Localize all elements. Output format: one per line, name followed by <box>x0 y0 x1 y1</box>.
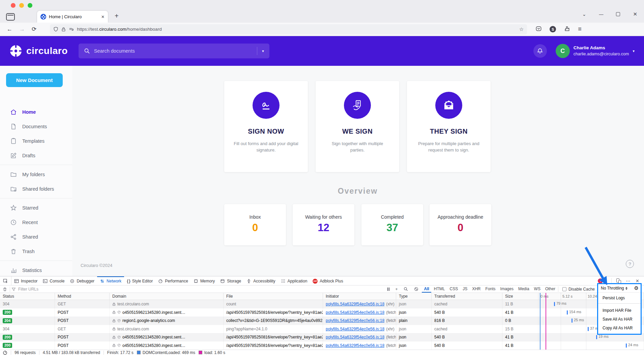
url-bar[interactable]: https://test.circularo.com/home/dashboar… <box>50 24 527 34</box>
filter-ws[interactable]: WS <box>532 286 543 293</box>
col-status[interactable]: Status <box>0 293 55 300</box>
back-button[interactable]: ← <box>7 26 12 33</box>
notifications-button[interactable] <box>533 44 547 58</box>
initiator-link[interactable]: polyfills.54a6329f54ec0e56.js:18 <box>326 335 384 339</box>
window-close-icon[interactable]: ✕ <box>633 11 637 17</box>
sidebar-item-shared-folders[interactable]: Shared folders <box>0 182 72 196</box>
tab-performance[interactable]: Performance <box>155 276 191 285</box>
initiator-link[interactable]: polyfills.54a6329f54ec0e56.js:18 <box>326 310 384 315</box>
filter-html[interactable]: HTML <box>432 286 447 293</box>
responsive-mode-icon[interactable] <box>616 278 621 283</box>
error-count-badge[interactable]: !1 <box>598 278 607 283</box>
col-domain[interactable]: Domain <box>110 293 224 300</box>
tab-style-editor[interactable]: { }Style Editor <box>124 276 155 285</box>
checkbox-icon[interactable] <box>562 287 566 291</box>
col-transferred[interactable]: Transferred <box>432 293 502 300</box>
tracking-shield-icon[interactable] <box>53 27 58 32</box>
network-row[interactable]: 304 GET test.circularo.com ping?appName=… <box>0 325 644 333</box>
element-picker-icon[interactable] <box>0 276 11 285</box>
list-tabs-icon[interactable]: ⌄ <box>582 11 586 17</box>
sidebar-item-templates[interactable]: Templates <box>0 134 72 148</box>
menu-item-copy-har[interactable]: Copy All As HAR <box>598 324 641 332</box>
maximize-icon[interactable] <box>616 12 620 16</box>
overview-card-waiting[interactable]: Waiting for others 12 <box>293 204 354 245</box>
menu-hamburger-icon[interactable]: ≡ <box>578 26 582 33</box>
filter-fonts[interactable]: Fonts <box>484 286 498 293</box>
network-row[interactable]: 200 POST o4505159621345280.ingest.sent… … <box>0 333 644 342</box>
menu-item-save-har[interactable]: Save All As HAR <box>598 315 641 324</box>
filter-urls-input[interactable]: Filter URLs <box>11 287 385 292</box>
sidebar-item-drafts[interactable]: Drafts <box>0 148 72 163</box>
pocket-icon[interactable] <box>536 26 541 33</box>
sidebar-item-trash[interactable]: Trash <box>0 244 72 258</box>
permissions-icon[interactable] <box>69 27 74 31</box>
tab-application[interactable]: Application <box>278 276 310 285</box>
tab-debugger[interactable]: Debugger <box>67 276 97 285</box>
filter-js[interactable]: JS <box>461 286 469 293</box>
pause-icon[interactable] <box>385 288 392 291</box>
overview-card-completed[interactable]: Completed 37 <box>361 204 423 245</box>
zoom-light[interactable] <box>28 3 32 8</box>
tab-console[interactable]: Console <box>40 276 67 285</box>
search-requests-icon[interactable] <box>401 287 411 291</box>
block-icon[interactable] <box>411 287 421 291</box>
sidebar-item-documents[interactable]: Documents <box>0 119 72 134</box>
search-bar[interactable]: Search documents ▾ <box>79 44 269 58</box>
minimize-light[interactable] <box>19 3 24 8</box>
search-dropdown-icon[interactable]: ▾ <box>262 49 264 53</box>
performance-analysis-icon[interactable] <box>3 350 7 355</box>
tab-adblock-plus[interactable]: ABPAdblock Plus <box>310 276 346 285</box>
extensions-puzzle-icon[interactable] <box>564 26 570 33</box>
initiator-link[interactable]: polyfills.54a6329f54ec0e56.js:18 <box>326 302 384 306</box>
clear-requests-icon[interactable] <box>0 287 10 292</box>
col-size[interactable]: Size <box>502 293 538 300</box>
col-method[interactable]: Method <box>55 293 110 300</box>
overview-card-inbox[interactable]: Inbox 0 <box>224 204 286 245</box>
col-initiator[interactable]: Initiator <box>323 293 396 300</box>
close-light[interactable] <box>11 3 16 8</box>
circularo-logo[interactable]: circularo <box>9 44 68 58</box>
filter-other[interactable]: Other <box>543 286 557 293</box>
we-sign-card[interactable]: WE SIGN Sign together with multiple part… <box>316 81 399 172</box>
sign-now-card[interactable]: SIGN NOW Fill out forms and add your dig… <box>224 81 308 172</box>
network-settings-gear-icon[interactable]: ⚙ <box>634 285 639 291</box>
new-tab-button[interactable]: + <box>115 12 119 20</box>
network-row[interactable]: 204 POST region1.google-analytics.com co… <box>0 317 644 325</box>
network-row[interactable]: 200 POST o4505159621345280.ingest.sent… … <box>0 342 644 350</box>
they-sign-card[interactable]: THEY SIGN Prepare for multiple parties a… <box>407 81 491 172</box>
add-request-icon[interactable]: + <box>392 287 400 292</box>
network-row[interactable]: 304 GET test.circularo.com count polyfil… <box>0 300 644 308</box>
help-button[interactable]: ? <box>626 260 634 268</box>
browser-tab[interactable]: Home | Circularo ✕ <box>37 11 108 23</box>
extension-s-badge[interactable]: S <box>550 26 556 32</box>
tab-inspector[interactable]: Inspector <box>11 276 40 285</box>
new-document-button[interactable]: New Document <box>6 73 63 87</box>
sidebar-item-recent[interactable]: Recent <box>0 215 72 229</box>
sidebar-item-home[interactable]: Home <box>0 105 72 119</box>
sidebar-item-statistics[interactable]: Statistics <box>0 263 72 276</box>
forward-button[interactable]: → <box>19 26 25 33</box>
bookmark-star-icon[interactable]: ☆ <box>519 26 524 32</box>
tab-memory[interactable]: Memory <box>191 276 217 285</box>
firefox-view-icon[interactable] <box>6 13 15 21</box>
col-type[interactable]: Type <box>396 293 432 300</box>
throttling-select[interactable]: No Throttling <box>601 286 627 291</box>
menu-item-import-har[interactable]: Import HAR File <box>598 306 641 315</box>
filter-images[interactable]: Images <box>498 286 516 293</box>
user-menu[interactable]: C Charlie Adamscharlie.adams@circularo.c… <box>556 44 635 58</box>
filter-css[interactable]: CSS <box>447 286 460 293</box>
tab-storage[interactable]: Storage <box>217 276 244 285</box>
filter-all[interactable]: All <box>422 286 431 293</box>
reload-button[interactable]: ⟳ <box>32 26 36 33</box>
url-text[interactable]: https://test.circularo.com/home/dashboar… <box>77 27 516 32</box>
disable-cache-checkbox[interactable]: Disable Cache <box>562 287 595 292</box>
devtools-menu-icon[interactable]: ⋯ <box>626 278 631 283</box>
network-row[interactable]: 200 POST o4505159621345280.ingest.sent… … <box>0 308 644 317</box>
menu-item-persist-logs[interactable]: Persist Logs <box>598 293 641 303</box>
sidebar-item-my-folders[interactable]: My folders <box>0 167 72 182</box>
lock-icon[interactable] <box>61 27 66 32</box>
devtools-close-icon[interactable]: ✕ <box>636 278 639 283</box>
sidebar-item-shared[interactable]: Shared <box>0 229 72 244</box>
tab-close-icon[interactable]: ✕ <box>101 15 105 19</box>
tab-network[interactable]: Network <box>97 276 124 285</box>
